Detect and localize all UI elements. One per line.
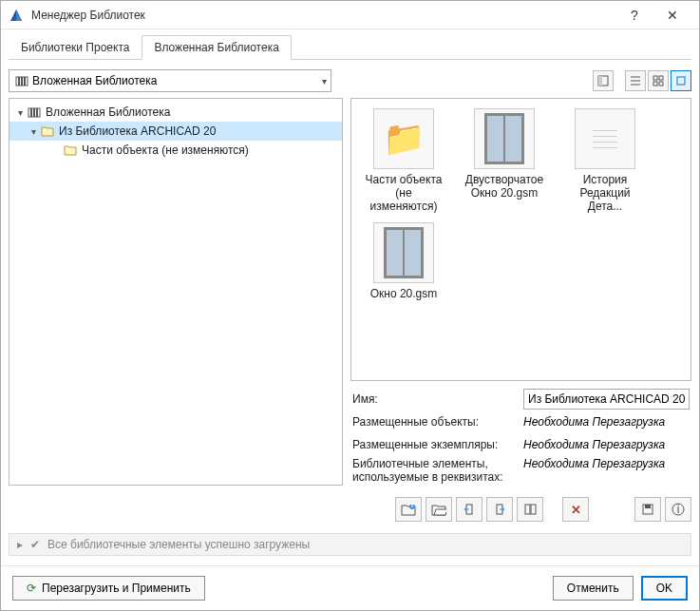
folder-icon [63,143,78,158]
reload-and-apply-button[interactable]: ⟳ Перезагрузить и Применить [12,576,205,601]
tree-folder-archicad20[interactable]: ▾ Из Библиотека ARCHICAD 20 [9,122,342,141]
svg-rect-11 [653,76,657,80]
status-text: Все библиотечные элементы успешно загруж… [47,538,310,551]
dialog-footer: ⟳ Перезагрузить и Применить Отменить OK [1,565,699,610]
export-button[interactable] [486,497,513,522]
prop-placed-objects-label: Размещенные объекты: [352,415,516,429]
svg-rect-27 [645,505,651,508]
collapse-icon[interactable]: ▾ [13,107,27,118]
svg-rect-4 [21,77,23,86]
tab-project-libraries[interactable]: Библиотеки Проекта [9,35,142,59]
view-list-button[interactable] [625,70,646,91]
move-button[interactable] [517,497,543,522]
item-revision-history[interactable]: ──────────────────────── История Редакци… [562,108,648,213]
svg-rect-3 [18,77,20,86]
help-button[interactable]: ? [615,8,653,23]
info-button[interactable]: i [665,497,691,522]
window-preview-icon [373,222,434,283]
tree-root[interactable]: ▾ Вложенная Библиотека [9,103,342,122]
window-title: Менеджер Библиотек [31,9,615,22]
item-label: Двустворчатое Окно 20.gsm [462,173,547,200]
check-icon: ✔ [30,538,40,551]
tree-root-label: Вложенная Библиотека [46,105,170,119]
tabs: Библиотеки Проекта Вложенная Библиотека [9,35,691,60]
close-button[interactable]: ✕ [653,8,691,23]
open-button[interactable] [426,497,452,522]
delete-button[interactable]: ✕ [562,497,589,522]
prop-name-input[interactable] [523,389,690,410]
save-button[interactable] [634,497,661,522]
titlebar: Менеджер Библиотек ? ✕ [1,1,699,29]
refresh-icon: ⟳ [27,582,36,595]
svg-rect-13 [653,82,657,86]
svg-text:i: i [677,503,680,516]
svg-marker-1 [16,10,22,21]
chevron-down-icon: ▾ [322,76,327,86]
item-label: Окно 20.gsm [370,287,438,300]
import-button[interactable] [456,497,482,522]
tab-embedded-library[interactable]: Вложенная Библиотека [142,35,291,60]
tree-grandchild-label: Части объекта (не изменяются) [82,143,249,157]
item-double-window[interactable]: Двустворчатое Окно 20.gsm [462,108,547,213]
library-icon [15,74,28,87]
view-tree-button[interactable] [593,70,614,91]
svg-rect-18 [33,108,35,117]
prop-attrib-label: Библиотечные элементы,используемые в рек… [352,457,516,484]
app-logo-icon [9,8,24,23]
item-folder-parts[interactable]: Части объекта (не изменяются) [361,108,446,213]
library-icon [27,105,42,120]
window-preview-icon [474,108,535,169]
svg-rect-19 [36,108,38,117]
svg-rect-7 [598,76,602,86]
item-label: История Редакций Дета... [562,173,648,213]
library-manager-window: Менеджер Библиотек ? ✕ Библиотеки Проект… [0,0,700,611]
new-folder-button[interactable]: + [395,497,422,522]
item-label: Части объекта (не изменяются) [361,173,446,213]
folder-open-icon [40,124,55,139]
prop-attrib-value: Необходима Перезагрузка [523,457,690,470]
content-panel: Части объекта (не изменяются) Двустворча… [350,98,691,486]
combo-label: Вложенная Библиотека [32,74,157,87]
view-mode-buttons [593,70,691,91]
svg-text:+: + [408,503,415,511]
prop-placed-instances-label: Размещенные экземпляры: [352,438,516,451]
tree-child-label: Из Библиотека ARCHICAD 20 [59,124,216,138]
ok-button[interactable]: OK [641,576,688,601]
tree-folder-parts[interactable]: Части объекта (не изменяются) [9,141,342,160]
cancel-button[interactable]: Отменить [553,576,634,601]
svg-rect-12 [659,76,663,80]
properties-panel: Имя: Размещенные объекты: Необходима Пер… [350,381,691,486]
action-toolbar: + ✕ i [9,491,691,527]
svg-rect-5 [24,77,26,86]
view-large-icons-button[interactable] [671,70,691,91]
svg-rect-15 [677,77,685,85]
folder-icon [373,108,434,169]
expand-arrow-icon[interactable]: ▸ [17,538,23,551]
svg-rect-17 [30,108,32,117]
status-bar[interactable]: ▸ ✔ Все библиотечные элементы успешно за… [9,533,691,556]
collapse-icon[interactable]: ▾ [27,126,40,137]
svg-rect-14 [659,82,663,86]
item-window[interactable]: Окно 20.gsm [361,222,446,300]
prop-placed-objects-value: Необходима Перезагрузка [523,415,690,429]
prop-name-label: Имя: [352,392,516,406]
view-small-icons-button[interactable] [648,70,669,91]
library-selector-combo[interactable]: Вложенная Библиотека ▾ [9,69,331,92]
sheet-preview-icon: ──────────────────────── [575,108,635,169]
item-grid: Части объекта (не изменяются) Двустворча… [361,108,681,300]
library-tree-panel: ▾ Вложенная Библиотека ▾ Из Библиотека A… [9,98,343,486]
prop-placed-instances-value: Необходима Перезагрузка [523,438,690,451]
